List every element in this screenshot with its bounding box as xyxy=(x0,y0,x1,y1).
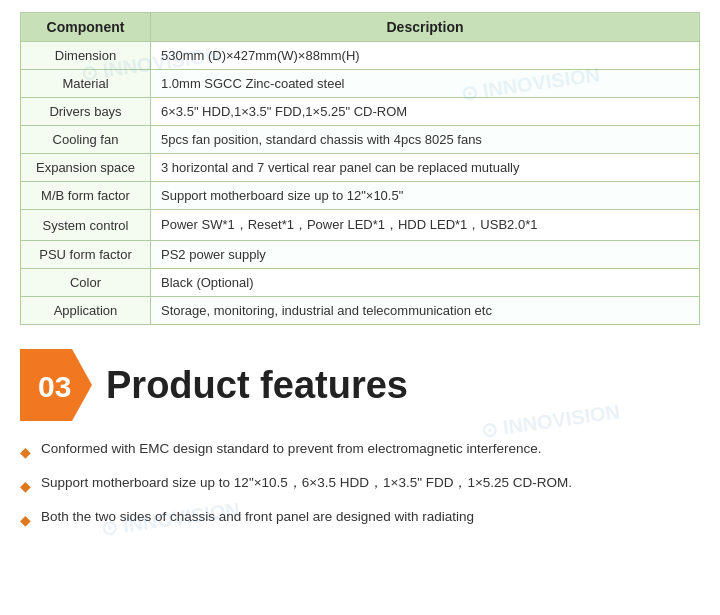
cell-description: 5pcs fan position, standard chassis with… xyxy=(151,126,700,154)
table-row: PSU form factorPS2 power supply xyxy=(21,241,700,269)
cell-component: Color xyxy=(21,269,151,297)
cell-description: 530mm (D)×427mm(W)×88mm(H) xyxy=(151,42,700,70)
feature-item: ◆Conformed with EMC design standard to p… xyxy=(20,439,700,463)
cell-component: Application xyxy=(21,297,151,325)
feature-item: ◆Both the two sides of chassis and front… xyxy=(20,507,700,531)
cell-description: 6×3.5" HDD,1×3.5" FDD,1×5.25" CD-ROM xyxy=(151,98,700,126)
table-row: ColorBlack (Optional) xyxy=(21,269,700,297)
cell-component: Drivers bays xyxy=(21,98,151,126)
svg-text:03: 03 xyxy=(38,370,71,403)
specs-table: Component Description Dimension530mm (D)… xyxy=(20,12,700,325)
cell-description: PS2 power supply xyxy=(151,241,700,269)
cell-description: 1.0mm SGCC Zinc-coated steel xyxy=(151,70,700,98)
feature-text: Conformed with EMC design standard to pr… xyxy=(41,439,542,459)
heading-badge: 03 xyxy=(20,349,92,421)
bullet-icon: ◆ xyxy=(20,476,31,497)
features-list: ◆Conformed with EMC design standard to p… xyxy=(20,439,700,531)
cell-component: System control xyxy=(21,210,151,241)
table-row: ApplicationStorage, monitoring, industri… xyxy=(21,297,700,325)
cell-description: Storage, monitoring, industrial and tele… xyxy=(151,297,700,325)
cell-description: Power SW*1，Reset*1，Power LED*1，HDD LED*1… xyxy=(151,210,700,241)
cell-component: Material xyxy=(21,70,151,98)
cell-description: 3 horizontal and 7 vertical rear panel c… xyxy=(151,154,700,182)
bullet-icon: ◆ xyxy=(20,442,31,463)
table-row: M/B form factorSupport motherboard size … xyxy=(21,182,700,210)
table-row: Cooling fan5pcs fan position, standard c… xyxy=(21,126,700,154)
col-header-description: Description xyxy=(151,13,700,42)
cell-component: Dimension xyxy=(21,42,151,70)
bullet-icon: ◆ xyxy=(20,510,31,531)
badge-arrow-icon: 03 xyxy=(20,349,92,421)
table-row: Material1.0mm SGCC Zinc-coated steel xyxy=(21,70,700,98)
cell-component: Cooling fan xyxy=(21,126,151,154)
cell-description: Support motherboard size up to 12"×10.5" xyxy=(151,182,700,210)
specs-table-section: ⊙ INNOVISION ⊙ INNOVISION Component Desc… xyxy=(20,12,700,325)
cell-component: PSU form factor xyxy=(21,241,151,269)
col-header-component: Component xyxy=(21,13,151,42)
feature-text: Both the two sides of chassis and front … xyxy=(41,507,474,527)
table-row: System controlPower SW*1，Reset*1，Power L… xyxy=(21,210,700,241)
cell-description: Black (Optional) xyxy=(151,269,700,297)
page-wrapper: ⊙ INNOVISION ⊙ INNOVISION Component Desc… xyxy=(0,0,720,561)
table-row: Dimension530mm (D)×427mm(W)×88mm(H) xyxy=(21,42,700,70)
cell-component: M/B form factor xyxy=(21,182,151,210)
features-heading: 03 Product features xyxy=(20,349,700,421)
feature-item: ◆Support motherboard size up to 12"×10.5… xyxy=(20,473,700,497)
features-section: ⊙ INNOVISION ⊙ INNOVISION 03 Product fea… xyxy=(20,349,700,551)
cell-component: Expansion space xyxy=(21,154,151,182)
feature-text: Support motherboard size up to 12"×10.5，… xyxy=(41,473,572,493)
table-row: Drivers bays6×3.5" HDD,1×3.5" FDD,1×5.25… xyxy=(21,98,700,126)
features-title: Product features xyxy=(106,364,408,407)
table-row: Expansion space3 horizontal and 7 vertic… xyxy=(21,154,700,182)
